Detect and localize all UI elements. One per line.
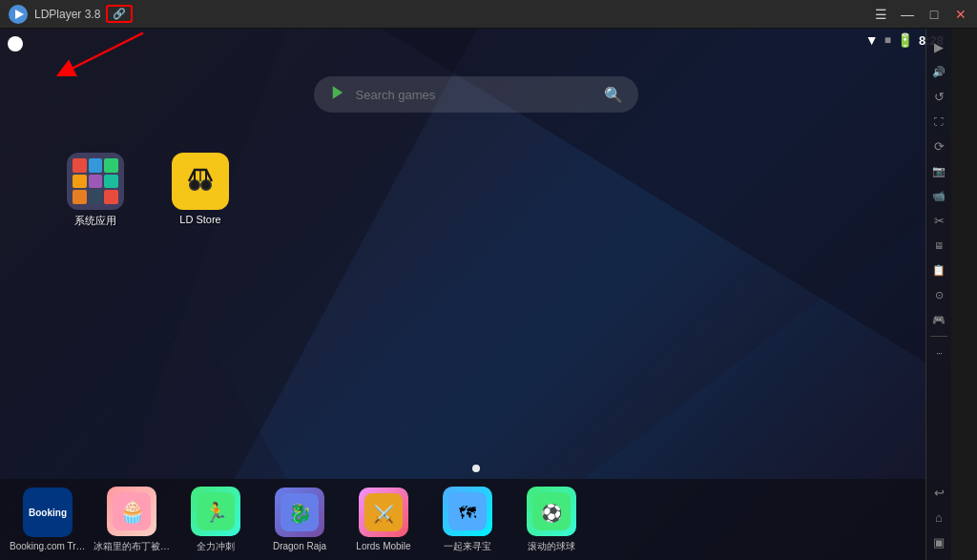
sidebar-scissors-icon[interactable]: ✂ xyxy=(928,210,949,231)
svg-marker-8 xyxy=(332,86,343,99)
dragon-icon-img: 🐉 xyxy=(275,487,324,537)
sidebar-gamepad-icon[interactable]: 🎮 xyxy=(928,309,949,330)
sidebar-fullscreen-icon[interactable]: ⛶ xyxy=(928,111,949,132)
sidebar-refresh-icon[interactable]: ⟳ xyxy=(928,135,949,156)
menu-button[interactable]: ☰ xyxy=(872,7,889,22)
icebox-app-icon[interactable]: 🧁 冰箱里的布丁被吃掉了 xyxy=(94,487,170,553)
emulator-screen: ▼ ■ 🔋 8:28 🔍 系统应用 xyxy=(0,29,951,560)
sidebar-rotate-icon[interactable]: ↺ xyxy=(928,86,949,107)
gun-label: 滚动的球球 xyxy=(528,540,575,553)
desktop-icons: 系统应用 LD Store xyxy=(57,153,239,228)
sidebar-target-icon[interactable]: ⊙ xyxy=(928,284,949,305)
titlebar-left: LDPlayer 3.8 🔗 xyxy=(8,4,133,25)
page-indicator xyxy=(472,465,480,472)
gun-app-icon[interactable]: ⚽ 滚动的球球 xyxy=(513,487,590,553)
titlebar-controls: ☰ — □ ✕ xyxy=(872,7,969,22)
sidebar-recent-icon[interactable]: ▣ xyxy=(928,531,949,552)
close-button[interactable]: ✕ xyxy=(952,7,969,22)
sidebar-record-icon[interactable]: 📹 xyxy=(928,185,949,206)
sidebar-divider xyxy=(930,336,947,337)
yiqi-icon-img: 🗺 xyxy=(443,487,492,536)
dragon-label: Dragon Raja xyxy=(273,541,326,551)
icebox-label: 冰箱里的布丁被吃掉了 xyxy=(94,540,170,553)
dragon-app-icon[interactable]: 🐉 Dragon Raja xyxy=(261,487,338,551)
sidebar-clipboard-icon[interactable]: 📋 xyxy=(928,259,949,280)
ldplayer-logo xyxy=(8,4,29,25)
booking-label: Booking.com Travel Deals xyxy=(10,541,86,551)
sidebar-screenshot-icon[interactable]: 📷 xyxy=(928,160,949,181)
sysapps-icon[interactable]: 系统应用 xyxy=(57,153,134,228)
svg-point-11 xyxy=(201,180,211,190)
svg-text:🗺: 🗺 xyxy=(459,504,476,523)
notification-dot xyxy=(8,36,23,52)
sidebar-display-icon[interactable]: 🖥 xyxy=(928,235,949,256)
svg-point-10 xyxy=(190,180,199,190)
search-input[interactable] xyxy=(356,88,594,102)
battery-icon: 🔋 xyxy=(897,32,913,48)
ldstore-label: LD Store xyxy=(179,214,220,225)
google-play-icon xyxy=(329,84,346,105)
ldstore-icon[interactable]: LD Store xyxy=(162,153,239,228)
ldstore-icon-img xyxy=(172,153,229,210)
search-bar[interactable]: 🔍 xyxy=(314,76,638,113)
sysapps-label: 系统应用 xyxy=(74,214,116,228)
signal-icon: ■ xyxy=(884,33,891,47)
titlebar-title: LDPlayer 3.8 xyxy=(34,8,100,21)
search-icon: 🔍 xyxy=(604,86,623,104)
sprint-app-icon[interactable]: 🏃 全力冲刺 xyxy=(177,487,254,553)
maximize-button[interactable]: □ xyxy=(925,7,943,22)
minimize-button[interactable]: — xyxy=(899,7,916,22)
booking-icon-img: Booking xyxy=(23,487,73,537)
svg-text:⚔️: ⚔️ xyxy=(373,504,395,525)
link-icon-button[interactable]: 🔗 xyxy=(106,5,133,23)
sidebar: ▶ 🔊 ↺ ⛶ ⟳ 📷 📹 ✂ 🖥 📋 ⊙ 🎮 ··· ↩ ⌂ ▣ xyxy=(925,29,951,560)
gun-icon-img: ⚽ xyxy=(527,487,576,536)
svg-text:🧁: 🧁 xyxy=(119,499,146,525)
titlebar: LDPlayer 3.8 🔗 ☰ — □ ✕ xyxy=(0,0,977,29)
svg-text:🐉: 🐉 xyxy=(288,502,312,525)
svg-text:⚽: ⚽ xyxy=(541,503,563,524)
icebox-icon-img: 🧁 xyxy=(107,487,156,536)
sidebar-play-icon[interactable]: ▶ xyxy=(928,36,949,57)
sidebar-volume-icon[interactable]: 🔊 xyxy=(928,61,949,82)
lords-label: Lords Mobile xyxy=(356,541,410,551)
svg-text:🏃: 🏃 xyxy=(204,501,228,524)
yiqi-app-icon[interactable]: 🗺 一起来寻宝 xyxy=(429,487,506,553)
booking-app-icon[interactable]: Booking Booking.com Travel Deals xyxy=(10,487,86,551)
sysapps-icon-img xyxy=(67,153,124,210)
lords-mobile-app-icon[interactable]: ⚔️ Lords Mobile xyxy=(345,487,422,551)
sprint-label: 全力冲刺 xyxy=(197,540,235,553)
lords-icon-img: ⚔️ xyxy=(359,487,408,537)
bottom-app-bar: Booking Booking.com Travel Deals 🧁 冰箱里的布… xyxy=(0,479,951,560)
sprint-icon-img: 🏃 xyxy=(191,487,240,536)
sidebar-back-icon[interactable]: ↩ xyxy=(928,482,949,503)
sidebar-home-icon[interactable]: ⌂ xyxy=(928,507,949,528)
sidebar-more-icon[interactable]: ··· xyxy=(928,342,949,363)
page-dot-active xyxy=(472,465,480,472)
yiqi-label: 一起来寻宝 xyxy=(444,540,491,553)
wifi-icon: ▼ xyxy=(865,32,879,48)
